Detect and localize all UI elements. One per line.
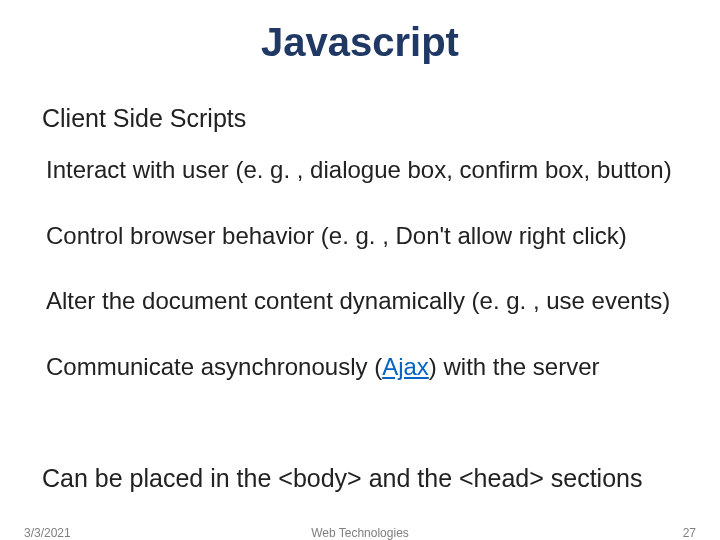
slide-title: Javascript xyxy=(0,20,720,65)
ajax-link[interactable]: Ajax xyxy=(382,353,429,380)
bullet-item: Control browser behavior (e. g. , Don't … xyxy=(46,222,686,250)
footer-center: Web Technologies xyxy=(0,526,720,540)
bullet-suffix: ) with the server xyxy=(429,353,600,380)
footer-page-number: 27 xyxy=(683,526,696,540)
bullet-item: Alter the document content dynamically (… xyxy=(46,287,686,315)
placement-note: Can be placed in the <body> and the <hea… xyxy=(42,464,642,493)
bullet-list: Interact with user (e. g. , dialogue box… xyxy=(46,156,686,418)
slide-subtitle: Client Side Scripts xyxy=(42,104,246,133)
bullet-item: Communicate asynchronously (Ajax) with t… xyxy=(46,353,686,381)
bullet-prefix: Communicate asynchronously ( xyxy=(46,353,382,380)
bullet-item: Interact with user (e. g. , dialogue box… xyxy=(46,156,686,184)
